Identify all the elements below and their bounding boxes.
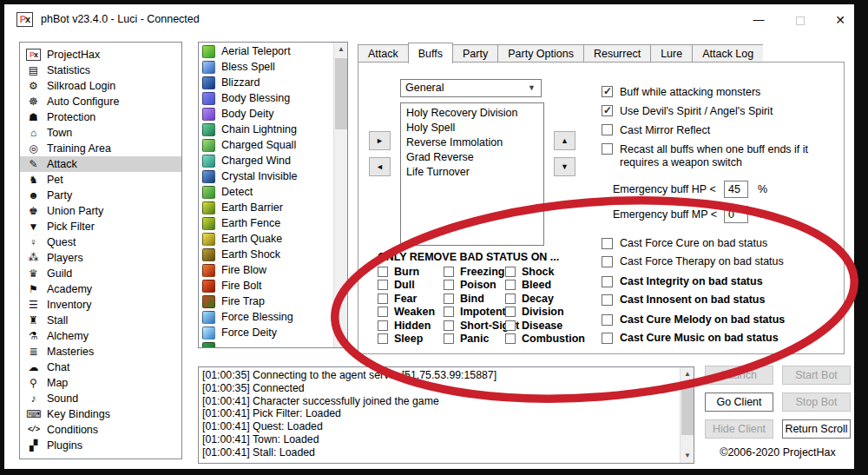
move-down-button[interactable]: ▼: [554, 157, 575, 176]
log-output[interactable]: [01:00:35] Connecting to the agent serve…: [198, 366, 694, 464]
action-button-go-client[interactable]: Go Client: [705, 393, 773, 412]
sidebar-item-pet[interactable]: ♞ Pet: [20, 172, 181, 188]
sidebar-item-chat[interactable]: ☁ Chat: [20, 360, 181, 375]
sidebar-item-plugins[interactable]: ▞ Plugins: [20, 438, 181, 453]
sidebar-item-town[interactable]: ⌂ Town: [20, 125, 181, 141]
scroll-down-icon[interactable]: ▼: [681, 449, 694, 463]
cast-option-checkbox[interactable]: [602, 333, 613, 344]
bad-status-checkbox[interactable]: [444, 333, 454, 344]
tab-attack-log[interactable]: Attack Log: [692, 44, 763, 63]
tab-party[interactable]: Party: [453, 44, 497, 63]
sidebar-item-protection[interactable]: ☗ Protection: [20, 109, 181, 125]
sidebar-item-players[interactable]: ⁂ Players: [20, 250, 181, 266]
option-checkbox[interactable]: [602, 124, 613, 135]
sidebar-item-stall[interactable]: ♜ Stall: [20, 313, 181, 328]
bad-status-checkbox[interactable]: [505, 320, 516, 331]
buff-group-dropdown[interactable]: General ▼: [400, 79, 542, 97]
buff-list-item[interactable]: Holy Spell: [406, 121, 543, 135]
option-checkbox[interactable]: [602, 105, 613, 116]
sidebar-item-sound[interactable]: ♪ Sound: [20, 391, 181, 406]
skill-list-item[interactable]: Detect: [199, 184, 333, 200]
skill-list-item[interactable]: Charged Wind: [199, 153, 333, 168]
remove-buff-button[interactable]: ◄: [369, 157, 391, 176]
add-buff-button[interactable]: ►: [369, 131, 391, 150]
emergency-hp-input[interactable]: [724, 181, 748, 198]
sidebar-item-alchemy[interactable]: ⚗ Alchemy: [20, 328, 181, 344]
sidebar-item-quest[interactable]: ♀ Quest: [20, 234, 181, 250]
cast-option-checkbox[interactable]: [602, 256, 613, 267]
skill-list-item[interactable]: Earth Fence: [199, 215, 333, 231]
buff-list-item[interactable]: Life Turnover: [406, 165, 543, 180]
sidebar-item-silkroad-login[interactable]: ⚙ Silkroad Login: [20, 78, 181, 94]
tab-attack[interactable]: Attack: [358, 44, 408, 63]
skill-list-item[interactable]: Body Blessing: [199, 90, 333, 106]
bad-status-checkbox[interactable]: [444, 307, 454, 317]
skill-list-item[interactable]: Force Deity: [199, 325, 333, 340]
scroll-up-icon[interactable]: ▲: [334, 43, 348, 56]
skill-list-item[interactable]: Force Blessing: [199, 309, 333, 325]
skill-list-item[interactable]: Blizzard: [199, 75, 333, 90]
sidebar-item-auto-configure[interactable]: ☸ Auto Configure: [20, 94, 181, 109]
cast-option-checkbox[interactable]: [602, 314, 613, 326]
scrollbar-thumb[interactable]: [681, 383, 694, 435]
emergency-mp-input[interactable]: [724, 206, 748, 223]
skill-list-item[interactable]: Fire Trap: [199, 294, 333, 309]
sidebar-item-pick-filter[interactable]: ▼ Pick Filter: [20, 219, 181, 234]
sidebar-item-attack[interactable]: ✎ Attack: [20, 156, 181, 172]
skill-list-item[interactable]: Earth Barrier: [199, 200, 333, 215]
tab-party-options[interactable]: Party Options: [497, 44, 583, 63]
sidebar-item-party[interactable]: ☻ Party: [20, 188, 181, 203]
sidebar-item-conditions[interactable]: </> Conditions: [20, 422, 181, 438]
buff-list-item[interactable]: Reverse Immolation: [406, 135, 543, 150]
sidebar-item-key-bindings[interactable]: ⌨ Key Bindings: [20, 406, 181, 422]
bad-status-checkbox[interactable]: [378, 294, 388, 304]
skill-list-item[interactable]: Crystal Invisible: [199, 168, 333, 184]
skill-list-item[interactable]: Charged Squall: [199, 137, 333, 153]
sidebar-item-guild[interactable]: ♛ Guild: [20, 266, 181, 281]
cast-option-checkbox[interactable]: [602, 238, 613, 249]
scrollbar-thumb[interactable]: [335, 58, 347, 129]
bad-status-checkbox[interactable]: [505, 280, 516, 290]
bad-status-checkbox[interactable]: [444, 320, 454, 331]
bad-status-checkbox[interactable]: [505, 294, 516, 304]
bad-status-checkbox[interactable]: [505, 307, 516, 317]
sidebar-item-training-area[interactable]: ◎ Training Area: [20, 141, 181, 156]
action-button-return-scroll[interactable]: Return Scroll: [782, 419, 851, 439]
skill-list-item[interactable]: [199, 340, 333, 348]
cast-option-checkbox[interactable]: [602, 294, 613, 306]
bad-status-checkbox[interactable]: [444, 280, 454, 290]
scroll-down-icon[interactable]: ▼: [334, 333, 348, 347]
skill-list-item[interactable]: Bless Spell: [199, 59, 333, 75]
bad-status-checkbox[interactable]: [378, 267, 388, 277]
scroll-up-icon[interactable]: ▲: [681, 367, 694, 381]
sidebar-item-statistics[interactable]: ▤ Statistics: [20, 63, 181, 78]
bad-status-checkbox[interactable]: [378, 333, 388, 344]
bad-status-checkbox[interactable]: [444, 267, 454, 277]
buff-list-item[interactable]: Grad Reverse: [406, 150, 543, 165]
skill-list-item[interactable]: Aerial Teleport: [199, 43, 333, 59]
tab-resurrect[interactable]: Resurrect: [583, 44, 650, 63]
skill-list-item[interactable]: Fire Bolt: [199, 278, 333, 294]
sidebar-item-inventory[interactable]: ☰ Inventory: [20, 297, 181, 313]
option-checkbox[interactable]: [602, 143, 613, 155]
bad-status-checkbox[interactable]: [505, 333, 516, 344]
log-scrollbar[interactable]: ▲ ▼: [680, 367, 694, 463]
skill-list-item[interactable]: Fire Blow: [199, 262, 333, 278]
skill-list-item[interactable]: Earth Shock: [199, 247, 333, 262]
sidebar-item-projecthax[interactable]: Px ProjectHax: [20, 47, 181, 63]
cast-option-checkbox[interactable]: [602, 276, 613, 287]
skill-list-scrollbar[interactable]: ▲ ▼: [333, 43, 347, 347]
option-checkbox[interactable]: [602, 86, 613, 97]
move-up-button[interactable]: ▲: [554, 131, 575, 150]
sidebar-item-masteries[interactable]: ≣ Masteries: [20, 344, 181, 360]
bad-status-checkbox[interactable]: [444, 294, 454, 304]
sidebar-item-academy[interactable]: ⚑ Academy: [20, 281, 181, 297]
tab-buffs[interactable]: Buffs: [408, 43, 453, 63]
sidebar-item-map[interactable]: ⚲ Map: [20, 375, 181, 391]
buff-list-item[interactable]: Holy Recovery Division: [406, 106, 543, 121]
skill-list-item[interactable]: Earth Quake: [199, 231, 333, 247]
bad-status-checkbox[interactable]: [378, 307, 388, 317]
skill-list-item[interactable]: Body Deity: [199, 106, 333, 122]
bad-status-checkbox[interactable]: [378, 280, 388, 290]
bad-status-checkbox[interactable]: [378, 320, 388, 331]
